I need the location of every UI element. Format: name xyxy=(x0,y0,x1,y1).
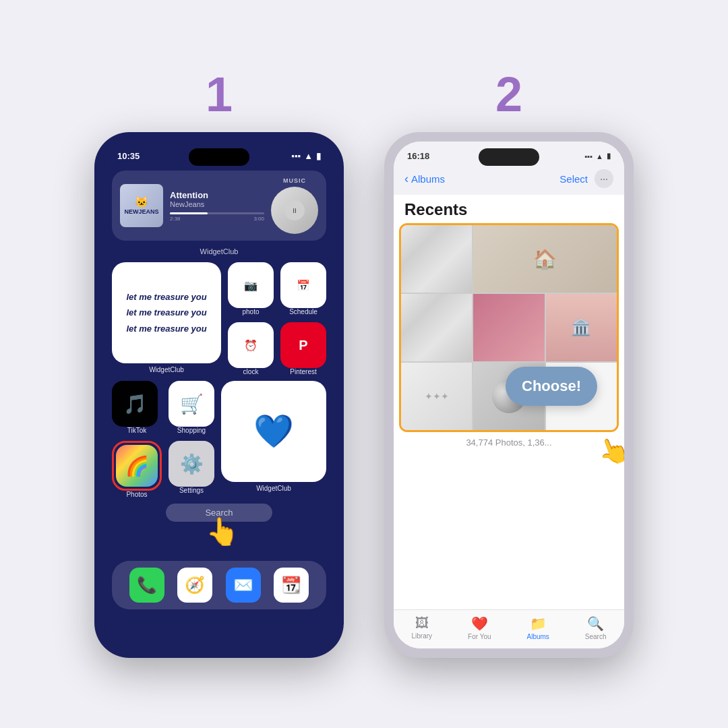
albums-label: Albums xyxy=(526,633,549,640)
music-label: MUSIC xyxy=(283,177,306,184)
red-ring: 🌈 xyxy=(112,441,162,491)
search-label: Search xyxy=(585,633,607,640)
tab-library[interactable]: 🖼 Library xyxy=(411,615,432,640)
app-photos[interactable]: 🌈 Photos xyxy=(112,441,162,498)
photo-grey-space[interactable]: ✦✦✦ xyxy=(401,363,472,430)
dock-mail[interactable]: ✉️ xyxy=(226,568,261,603)
status-icons-1: ▪▪▪ ▲ ▮ xyxy=(291,151,321,161)
progress-times: 2:38 3:00 xyxy=(170,216,264,222)
step-number-1: 1 xyxy=(206,70,233,119)
photos-label: Photos xyxy=(112,491,162,498)
music-widget[interactable]: 🐱 NEWJEANS Attention NewJeans xyxy=(112,171,326,241)
schedule-label: Schedule xyxy=(280,308,326,315)
phone-1: 10:35 ▪▪▪ ▲ ▮ 🐱 xyxy=(94,132,344,658)
photos-app: 16:18 ▪▪▪ ▲ ▮ ‹ Albums xyxy=(394,142,624,648)
dock-safari[interactable]: 🧭 xyxy=(177,568,212,603)
app-col-2: 📅 Schedule P Pinterest xyxy=(280,262,326,375)
widgetclub-label-2: WidgetClub xyxy=(256,485,291,492)
step-1: 1 10:35 ▪▪▪ ▲ ▮ xyxy=(94,70,344,658)
text-widget[interactable]: let me treasure youlet me treasure youle… xyxy=(112,262,221,363)
signal-icon: ▪▪▪ xyxy=(291,151,301,161)
progress-fill xyxy=(170,212,208,214)
settings-label: Settings xyxy=(169,487,214,494)
app-col-1: 📷 photo ⏰ clock xyxy=(228,262,274,375)
battery-icon-2: ▮ xyxy=(607,152,611,160)
library-label: Library xyxy=(411,632,432,640)
back-button[interactable]: ‹ Albums xyxy=(404,172,445,186)
pinterest-icon: P xyxy=(280,322,326,368)
dock: 📞 🧭 ✉️ 📆 xyxy=(112,561,326,609)
search-icon: 🔍 xyxy=(587,615,604,632)
hand-cursor-1: 👆 xyxy=(206,516,239,547)
bottom-tabs: 🖼 Library ❤️ For You 📁 Albums 🔍 xyxy=(394,609,624,648)
time-total: 3:00 xyxy=(253,216,264,222)
wifi-icon-2: ▲ xyxy=(596,152,603,160)
photo-pink-building[interactable]: 🏛️ xyxy=(546,294,617,361)
settings-icon: ⚙️ xyxy=(169,441,214,487)
app-shopping[interactable]: 🛒 Shopping xyxy=(169,381,214,434)
app-photo[interactable]: 📷 photo xyxy=(228,262,274,315)
step-number-2: 2 xyxy=(495,70,522,119)
shopping-label: Shopping xyxy=(169,427,214,434)
signal-icon-2: ▪▪▪ xyxy=(584,152,593,160)
tiktok-label: TikTok xyxy=(112,427,162,434)
heart-widget-wrapper: 💙 WidgetClub xyxy=(221,381,326,498)
app-pinterest[interactable]: P Pinterest xyxy=(280,322,326,375)
photos-icon: 🌈 xyxy=(116,445,158,487)
progress-bar[interactable] xyxy=(170,212,264,214)
song-title: Attention xyxy=(170,190,264,200)
heart-icon: 💙 xyxy=(253,413,294,450)
app-col-4: 🛒 Shopping ⚙️ Settings xyxy=(169,381,214,498)
albums-icon: 📁 xyxy=(530,615,547,632)
step-2: 2 16:18 ▪▪▪ ▲ ▮ xyxy=(384,70,634,658)
app-schedule[interactable]: 📅 Schedule xyxy=(280,262,326,315)
phone-1-screen: 10:35 ▪▪▪ ▲ ▮ 🐱 xyxy=(104,142,334,648)
tiktok-icon: 🎵 xyxy=(112,381,158,427)
more-button[interactable]: ··· xyxy=(595,169,613,188)
app-settings[interactable]: ⚙️ Settings xyxy=(169,441,214,494)
photo-label: photo xyxy=(228,308,274,315)
app-clock[interactable]: ⏰ clock xyxy=(228,322,274,375)
mixed-row: 🎵 TikTok 🌈 Photos xyxy=(104,381,334,498)
ipod-wheel[interactable]: ⏸ xyxy=(271,187,318,234)
tab-albums[interactable]: 📁 Albums xyxy=(526,615,549,640)
more-icon: ··· xyxy=(600,173,608,184)
photo-marble-2[interactable] xyxy=(401,294,472,361)
dock-phone[interactable]: 📞 xyxy=(129,568,164,603)
photos-nav: ‹ Albums Select ··· xyxy=(394,165,624,195)
nav-right: Select ··· xyxy=(559,169,613,188)
song-artist: NewJeans xyxy=(170,200,264,208)
shopping-icon: 🛒 xyxy=(169,381,214,427)
app-tiktok[interactable]: 🎵 TikTok xyxy=(112,381,162,434)
photo-pink-sky[interactable] xyxy=(473,294,544,361)
dynamic-island-2 xyxy=(479,148,539,166)
back-chevron-icon: ‹ xyxy=(404,172,408,186)
album-art: 🐱 NEWJEANS xyxy=(120,184,163,227)
home-screen: 10:35 ▪▪▪ ▲ ▮ 🐱 xyxy=(104,142,334,648)
widgetclub-label-1: WidgetClub xyxy=(104,247,334,255)
schedule-icon: 📅 xyxy=(280,262,326,308)
photo-beige-1[interactable]: 🏠 xyxy=(473,225,617,293)
app-col-3: 🎵 TikTok 🌈 Photos xyxy=(112,381,162,498)
search-area: Search 👆 xyxy=(112,504,326,527)
select-button[interactable]: Select xyxy=(559,173,588,185)
widget-text: let me treasure youlet me treasure youle… xyxy=(126,289,206,336)
time-2: 16:18 xyxy=(407,151,429,161)
choose-button[interactable]: Choose! xyxy=(506,367,597,406)
clock-icon: ⏰ xyxy=(228,322,274,368)
app-row-1: let me treasure youlet me treasure youle… xyxy=(104,262,334,375)
time-current: 2:38 xyxy=(170,216,181,222)
wifi-icon: ▲ xyxy=(304,151,313,161)
tab-search[interactable]: 🔍 Search xyxy=(585,615,607,640)
photo-marble-1[interactable] xyxy=(401,225,472,293)
dock-calendar[interactable]: 📆 xyxy=(274,568,309,603)
app-label-widgetclub: WidgetClub xyxy=(112,366,221,373)
library-icon: 🖼 xyxy=(415,615,429,631)
pinterest-label: Pinterest xyxy=(280,368,326,375)
text-widget-wrapper: let me treasure youlet me treasure youle… xyxy=(112,262,221,375)
foryou-icon: ❤️ xyxy=(471,615,488,632)
phone-2-screen: 16:18 ▪▪▪ ▲ ▮ ‹ Albums xyxy=(394,142,624,648)
tab-foryou[interactable]: ❤️ For You xyxy=(468,615,491,640)
status-icons-2: ▪▪▪ ▲ ▮ xyxy=(584,152,611,160)
heart-widget[interactable]: 💙 xyxy=(221,381,326,482)
